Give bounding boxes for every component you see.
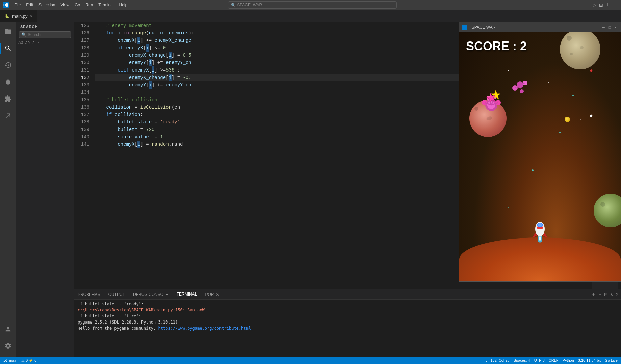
moon-crater-3 xyxy=(570,53,573,55)
tab-close-button[interactable]: × xyxy=(30,14,32,18)
menu-edit[interactable]: Edit xyxy=(24,2,35,8)
activity-bar-bottom xyxy=(0,321,16,357)
pygame-url[interactable]: https://www.pygame.org/contribute.html xyxy=(158,326,251,331)
star-2 xyxy=(548,82,549,83)
more-options-btn[interactable]: ⋯ xyxy=(36,39,41,46)
menu-go[interactable]: Go xyxy=(73,2,82,8)
regex-btn[interactable]: .* xyxy=(31,39,35,46)
line-num-136: 136 xyxy=(76,104,89,111)
line-numbers: 125 126 127 128 129 130 131 132 133 134 … xyxy=(74,22,92,289)
tab-output[interactable]: OUTPUT xyxy=(107,289,126,299)
tab-debug-console[interactable]: DEBUG CONSOLE xyxy=(132,289,170,299)
sidebar-header: SEARCH xyxy=(16,22,74,30)
status-python-version[interactable]: 3.10.11 64-bit xyxy=(578,358,601,362)
game-minimize-btn[interactable]: ─ xyxy=(601,25,606,30)
menu-selection[interactable]: Selection xyxy=(36,2,57,8)
activity-search[interactable] xyxy=(0,40,16,56)
line-num-138: 138 xyxy=(76,118,89,126)
search-box[interactable]: 🔍 xyxy=(19,31,71,38)
editor-wrapper: 125 126 127 128 129 130 131 132 133 134 … xyxy=(74,22,621,289)
main-area: SEARCH 🔍 Aa ab .* ⋯ 125 126 127 128 129 xyxy=(0,22,621,357)
terminal-content[interactable]: if bullet_state is 'ready': c:\Users\rah… xyxy=(74,300,621,357)
teal-dot-3 xyxy=(508,207,509,208)
python-file-icon: 🐍 xyxy=(5,14,9,18)
editor-area: 125 126 127 128 129 130 131 132 133 134 … xyxy=(74,22,621,357)
vscode-logo-icon xyxy=(3,2,9,8)
tab-bar: 🐍 main.py × xyxy=(0,10,621,22)
status-line-col[interactable]: Ln 132, Col 28 xyxy=(485,358,510,362)
search-icon: 🔍 xyxy=(21,32,26,37)
terminal-area: PROBLEMS OUTPUT DEBUG CONSOLE TERMINAL P… xyxy=(74,289,621,357)
git-branch-icon: ⎇ xyxy=(3,358,8,363)
line-num-141: 141 xyxy=(76,141,89,148)
menu-terminal[interactable]: Terminal xyxy=(96,2,115,8)
activity-source-control[interactable] xyxy=(0,57,16,73)
activity-extensions[interactable] xyxy=(0,91,16,107)
terminal-maximize-btn[interactable]: ∧ xyxy=(610,292,613,297)
bullet-coin xyxy=(565,117,570,122)
status-errors[interactable]: ⚠ 0 ⚡ 0 xyxy=(21,358,36,363)
line-num-139: 139 xyxy=(76,126,89,133)
line-num-135: 135 xyxy=(76,96,89,104)
split-editor-icon[interactable]: ⊞ xyxy=(599,2,603,8)
nav-buttons: File Edit Selection View Go Run Terminal… xyxy=(0,2,132,8)
more-actions-icon[interactable]: ⋯ xyxy=(612,2,617,8)
terminal-add-btn[interactable]: + xyxy=(592,292,595,297)
game-title-text: ::SPACE WAR:: xyxy=(469,25,601,30)
svg-point-23 xyxy=(538,223,542,227)
line-num-130: 130 xyxy=(76,59,89,66)
status-right: Ln 132, Col 28 Spaces: 4 UTF-8 CRLF Pyth… xyxy=(485,358,618,362)
svg-point-0 xyxy=(463,26,466,29)
sidebar: SEARCH 🔍 Aa ab .* ⋯ xyxy=(16,22,74,357)
title-bar-label: SPACE_WAR xyxy=(237,3,262,7)
menu-help[interactable]: Help xyxy=(117,2,130,8)
game-window: ::SPACE WAR:: ─ □ × SCORE : 2 xyxy=(459,22,621,282)
enemy-1 xyxy=(476,86,507,117)
enemy-2 xyxy=(503,76,527,93)
status-go-live[interactable]: Go Live xyxy=(605,358,618,362)
star-4 xyxy=(524,144,524,145)
red-star-icon: ✦ xyxy=(589,67,594,75)
activity-account[interactable] xyxy=(0,321,16,337)
tab-main-py[interactable]: 🐍 main.py × xyxy=(0,10,37,22)
window-controls: ▷ ⊞ | ⋯ xyxy=(589,2,621,8)
menu-run[interactable]: Run xyxy=(83,2,95,8)
game-maximize-btn[interactable]: □ xyxy=(607,25,612,30)
status-spaces[interactable]: Spaces: 4 xyxy=(514,358,530,362)
game-icon xyxy=(462,25,467,30)
tab-terminal[interactable]: TERMINAL xyxy=(175,289,199,299)
search-input[interactable] xyxy=(28,32,69,37)
line-num-134: 134 xyxy=(76,89,89,96)
run-icon[interactable]: ▷ xyxy=(593,2,596,8)
moon-crater-1 xyxy=(567,36,572,41)
line-num-127: 127 xyxy=(76,37,89,44)
star-1 xyxy=(508,70,509,71)
menu-file[interactable]: File xyxy=(12,2,23,8)
activity-settings[interactable] xyxy=(0,338,16,354)
line-num-129: 129 xyxy=(76,52,89,59)
term-line-4: pygame 2.5.2 (SDL 2.28.3, Python 3.10.11… xyxy=(78,319,617,325)
green-planet-crater xyxy=(600,202,605,207)
activity-test[interactable] xyxy=(0,108,16,124)
tab-problems[interactable]: PROBLEMS xyxy=(76,289,102,299)
term-line-5: Hello from the pygame community. https:/… xyxy=(78,325,617,331)
status-branch[interactable]: ⎇ main xyxy=(3,358,17,363)
game-title-bar: ::SPACE WAR:: ─ □ × xyxy=(459,22,621,32)
whole-word-btn[interactable]: ab xyxy=(25,39,30,46)
status-language[interactable]: Python xyxy=(563,358,574,362)
status-bar: ⎇ main ⚠ 0 ⚡ 0 Ln 132, Col 28 Spaces: 4 … xyxy=(0,357,621,364)
status-encoding[interactable]: UTF-8 xyxy=(534,358,545,362)
terminal-split-btn[interactable]: ⊟ xyxy=(604,292,607,297)
status-line-ending[interactable]: CRLF xyxy=(549,358,559,362)
activity-notifications[interactable] xyxy=(0,74,16,90)
terminal-close-btn[interactable]: × xyxy=(616,292,618,297)
menu-view[interactable]: View xyxy=(58,2,71,8)
tab-ports[interactable]: PORTS xyxy=(204,289,220,299)
title-search-bar[interactable]: 🔍 SPACE_WAR xyxy=(228,1,397,9)
activity-explorer[interactable] xyxy=(0,23,16,39)
terminal-more-btn[interactable]: ⋯ xyxy=(597,292,601,297)
term-line-1: if bullet_state is 'ready': xyxy=(78,301,617,307)
match-case-btn[interactable]: Aa xyxy=(18,39,24,46)
white-star-icon: ✦ xyxy=(588,112,594,120)
game-close-btn[interactable]: × xyxy=(613,25,618,30)
